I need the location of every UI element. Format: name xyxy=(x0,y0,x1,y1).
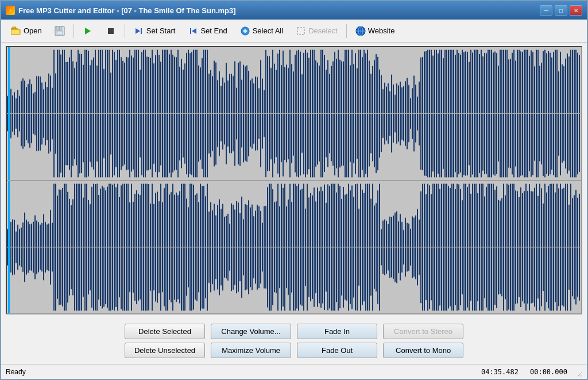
svg-line-20 xyxy=(578,372,582,377)
status-bar: Ready 04:35.482 00:00.000 xyxy=(1,364,587,379)
separator-2 xyxy=(125,24,125,38)
svg-rect-2 xyxy=(11,29,20,34)
set-end-label: Set End xyxy=(200,26,227,35)
status-text: Ready xyxy=(6,368,481,376)
deselect-label: Deselect xyxy=(308,26,338,35)
playhead-bottom xyxy=(8,181,10,314)
app-icon: ♪ xyxy=(6,6,15,15)
svg-rect-12 xyxy=(190,28,191,34)
resize-grip xyxy=(573,367,582,377)
maximize-volume-button[interactable]: Maximize Volume xyxy=(211,343,291,358)
set-end-button[interactable]: Set End xyxy=(183,24,232,39)
website-button[interactable]: Website xyxy=(350,24,400,39)
select-all-label: Select All xyxy=(253,26,283,35)
delete-selected-button[interactable]: Delete Selected xyxy=(125,324,205,339)
play-icon xyxy=(83,26,93,36)
fade-out-button[interactable]: Fade Out xyxy=(297,343,377,358)
open-button[interactable]: Open xyxy=(6,24,47,39)
playhead xyxy=(8,47,10,180)
deselect-button[interactable]: Deselect xyxy=(291,24,343,39)
title-controls: ─ □ ✕ xyxy=(540,5,582,16)
play-button[interactable] xyxy=(78,24,98,39)
svg-rect-15 xyxy=(297,28,304,34)
fade-in-button[interactable]: Fade In xyxy=(297,324,377,339)
deselect-icon xyxy=(296,26,306,36)
separator-3 xyxy=(346,24,347,38)
close-button[interactable]: ✕ xyxy=(570,5,582,16)
button-row-2: Delete Unselected Maximize Volume Fade O… xyxy=(8,343,580,358)
buttons-area: Delete Selected Change Volume... Fade In… xyxy=(1,318,587,364)
svg-rect-6 xyxy=(59,27,60,30)
convert-to-mono-button[interactable]: Convert to Mono xyxy=(383,343,463,358)
waveform-canvas-bottom xyxy=(7,181,581,314)
stop-button[interactable] xyxy=(100,24,121,39)
svg-rect-10 xyxy=(141,28,142,34)
svg-rect-1 xyxy=(13,27,16,29)
open-icon xyxy=(11,26,21,36)
waveform-canvas-top xyxy=(7,47,581,180)
set-start-icon xyxy=(134,26,144,36)
waveform-channel-bottom[interactable] xyxy=(7,181,581,314)
waveform-channel-top[interactable] xyxy=(7,47,581,181)
maximize-button[interactable]: □ xyxy=(555,5,567,16)
save-icon xyxy=(55,26,65,36)
window-title: Free MP3 Cutter and Editor - [07 - The S… xyxy=(18,6,236,15)
stop-icon xyxy=(106,26,116,36)
website-label: Website xyxy=(368,26,395,35)
button-row-1: Delete Selected Change Volume... Fade In… xyxy=(8,324,580,339)
change-volume-button[interactable]: Change Volume... xyxy=(211,324,291,339)
minimize-button[interactable]: ─ xyxy=(540,5,552,16)
svg-rect-5 xyxy=(57,31,63,34)
toolbar: Open xyxy=(1,20,587,43)
status-time: 04:35.482 00:00.000 xyxy=(481,368,567,376)
title-bar: ♪ Free MP3 Cutter and Editor - [07 - The… xyxy=(1,1,587,20)
select-all-button[interactable]: Select All xyxy=(235,24,288,39)
set-start-button[interactable]: Set Start xyxy=(129,24,181,39)
status-time-2: 00:00.000 xyxy=(530,368,567,376)
separator-1 xyxy=(74,24,74,38)
save-button[interactable] xyxy=(49,24,70,39)
svg-line-21 xyxy=(580,374,582,377)
waveform-container[interactable] xyxy=(6,46,582,314)
open-label: Open xyxy=(24,26,42,35)
website-icon xyxy=(355,26,366,36)
svg-marker-9 xyxy=(136,28,140,34)
set-start-label: Set Start xyxy=(146,26,176,35)
set-end-icon xyxy=(188,26,198,36)
status-time-1: 04:35.482 xyxy=(481,368,519,376)
svg-rect-8 xyxy=(108,28,114,34)
delete-unselected-button[interactable]: Delete Unselected xyxy=(125,343,205,358)
select-all-icon xyxy=(240,26,250,36)
main-window: ♪ Free MP3 Cutter and Editor - [07 - The… xyxy=(0,0,588,380)
svg-marker-7 xyxy=(85,28,91,34)
convert-to-stereo-button[interactable]: Convert to Stereo xyxy=(383,324,463,339)
title-bar-left: ♪ Free MP3 Cutter and Editor - [07 - The… xyxy=(6,6,236,15)
svg-marker-11 xyxy=(192,28,196,34)
